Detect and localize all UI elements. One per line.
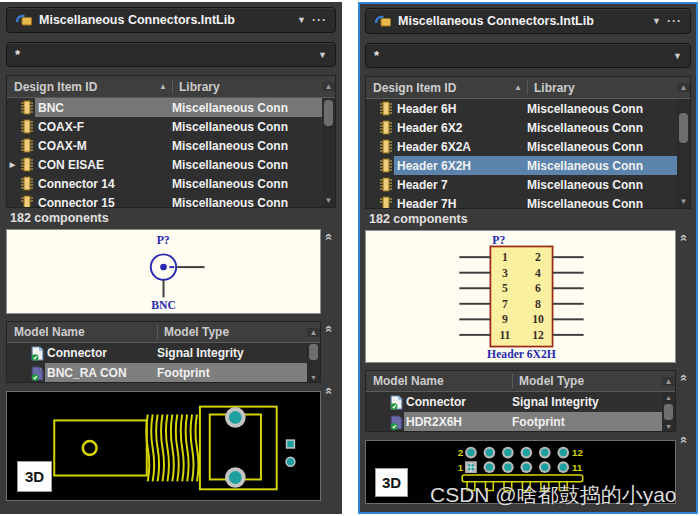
components-scrollbar[interactable]: ▼ [677,99,690,208]
component-row-con-eisae[interactable]: ▶ CON EISAEMiscellaneous Conn [7,155,322,174]
scrollbar-down-button[interactable]: ▼ [677,195,690,208]
collapse-section-icon[interactable]: » [322,233,334,240]
svg-text:7: 7 [502,298,508,311]
svg-text:11: 11 [572,462,583,473]
models-scrollbar-up-button[interactable]: ▲ [662,392,675,403]
svg-text:2: 2 [535,251,541,264]
collapse-section-icon[interactable]: » [677,374,689,381]
component-icon [377,196,394,208]
component-row-coax-m[interactable]: COAX-MMiscellaneous Conn [7,136,322,155]
models-scrollbar-down-button[interactable]: ▼ [662,421,675,432]
column-library[interactable]: Library [172,80,322,94]
expand-arrow-icon[interactable]: ▶ [7,161,18,169]
collapse-section-icon[interactable]: » [677,234,689,241]
components-table-header: Design Item ID ▲ Library ▲ [366,77,690,99]
component-icon [377,158,394,173]
component-row-header-6x2h[interactable]: Header 6X2HMiscellaneous Conn [366,156,677,175]
component-row-header-6h[interactable]: Header 6HMiscellaneous Conn [366,99,677,118]
scrollbar-up-button[interactable]: ▲ [677,83,690,92]
library-title: Miscellaneous Connectors.IntLib [398,14,646,28]
library-selector[interactable]: Miscellaneous Connectors.IntLib ▼ ··· [6,7,336,33]
bnc-footprint-drawing [7,392,320,500]
scrollbar-thumb[interactable] [679,113,688,143]
column-model-type[interactable]: Model Type [157,325,307,339]
libraries-panels-screenshot: Miscellaneous Connectors.IntLib ▼ ··· * … [0,0,700,516]
filter-value: * [374,48,667,63]
models-table: Model Name Model Type ▲ ConnectorSignal … [365,370,676,432]
models-scrollbar[interactable]: ▲ ▼ [662,392,675,432]
column-library[interactable]: Library [527,81,677,95]
panel-menu-button[interactable]: ··· [667,14,682,28]
column-design-item-id[interactable]: Design Item ID ▲ [366,81,527,95]
model-row-footprint[interactable]: BNC_RA CONFootprint [7,363,307,383]
model-row-footprint[interactable]: HDR2X6HFootprint [366,412,662,432]
collapse-section-icon[interactable]: » [322,387,334,394]
filter-value: * [15,47,312,62]
component-icon [377,177,394,192]
collapse-section-icon[interactable]: » [677,436,689,443]
column-design-item-id[interactable]: Design Item ID ▲ [7,80,172,94]
footprint-model-icon [388,415,404,430]
sort-ascending-icon: ▲ [514,83,522,92]
scrollbar-thumb[interactable] [324,100,333,126]
scrollbar-thumb[interactable] [309,344,318,360]
component-row-connector-14[interactable]: Connector 14Miscellaneous Conn [7,174,322,193]
sort-ascending-icon: ▲ [159,82,167,91]
svg-text:10: 10 [532,313,544,326]
components-table: Design Item ID ▲ Library ▲ Header 6HMisc… [365,76,691,209]
filter-combobox[interactable]: * ▼ [365,43,691,68]
svg-text:4: 4 [535,267,541,280]
svg-text:12: 12 [572,447,583,458]
svg-text:5: 5 [502,282,508,295]
component-row-bnc[interactable]: BNCMiscellaneous Conn [7,98,322,117]
library-selector[interactable]: Miscellaneous Connectors.IntLib ▼ ··· [365,8,691,34]
footprint-preview[interactable]: 3D [6,391,321,501]
libraries-panel-right: Miscellaneous Connectors.IntLib ▼ ··· * … [358,2,698,514]
component-icon [18,138,35,153]
models-scrollbar-up-button[interactable]: ▲ [662,377,675,386]
library-dropdown-icon[interactable]: ▼ [652,16,661,26]
schematic-preview[interactable]: P? BNC [6,229,321,314]
component-icon [18,119,35,134]
library-dropdown-icon[interactable]: ▼ [297,15,306,25]
library-title: Miscellaneous Connectors.IntLib [39,13,291,27]
svg-text:Header 6X2H: Header 6X2H [487,348,556,361]
component-icon [377,139,394,154]
component-row-header-6x2a[interactable]: Header 6X2AMiscellaneous Conn [366,137,677,156]
model-row-connector[interactable]: ConnectorSignal Integrity [7,343,307,363]
component-row-header-7[interactable]: Header 7Miscellaneous Conn [366,175,677,194]
signal-integrity-model-icon [29,346,45,361]
libraries-panel-left: Miscellaneous Connectors.IntLib ▼ ··· * … [0,2,342,514]
component-count: 182 components [363,209,693,230]
3d-toggle-button[interactable]: 3D [375,468,408,497]
column-model-name[interactable]: Model Name [7,325,157,339]
component-row-connector-15[interactable]: Connector 15Miscellaneous Conn [7,193,322,207]
column-model-type[interactable]: Model Type [512,374,662,388]
scrollbar-thumb[interactable] [664,404,673,420]
component-row-header-6x2[interactable]: Header 6X2Miscellaneous Conn [366,118,677,137]
3d-toggle-button[interactable]: 3D [17,461,52,492]
header-symbol-drawing: P? 1 2 3 4 5 [366,231,675,362]
integrated-library-icon [15,13,33,27]
svg-text:8: 8 [535,298,541,311]
filter-dropdown-icon[interactable]: ▼ [318,50,327,60]
filter-combobox[interactable]: * ▼ [6,42,336,67]
model-row-connector[interactable]: ConnectorSignal Integrity [366,392,662,412]
scrollbar-up-button[interactable]: ▲ [322,82,335,91]
component-row-header-7h[interactable]: Header 7HMiscellaneous Conn [366,194,677,208]
components-table: Design Item ID ▲ Library ▲ BNCMiscellane… [6,75,336,208]
collapse-section-icon[interactable]: » [322,325,334,332]
models-scrollbar[interactable]: ▼ [307,343,320,383]
svg-text:11: 11 [499,329,510,342]
scrollbar-down-button[interactable]: ▼ [322,194,335,207]
components-list: BNCMiscellaneous Conn COAX-FMiscellaneou… [7,98,322,207]
component-icon [18,157,35,172]
components-scrollbar[interactable]: ▼ [322,98,335,207]
filter-dropdown-icon[interactable]: ▼ [673,51,682,61]
panel-menu-button[interactable]: ··· [312,13,327,27]
models-scrollbar-down-button[interactable]: ▼ [307,372,320,383]
column-model-name[interactable]: Model Name [366,374,512,388]
models-scrollbar-up-button[interactable]: ▲ [307,328,320,337]
component-row-coax-f[interactable]: COAX-FMiscellaneous Conn [7,117,322,136]
schematic-preview[interactable]: P? 1 2 3 4 5 [365,230,676,363]
